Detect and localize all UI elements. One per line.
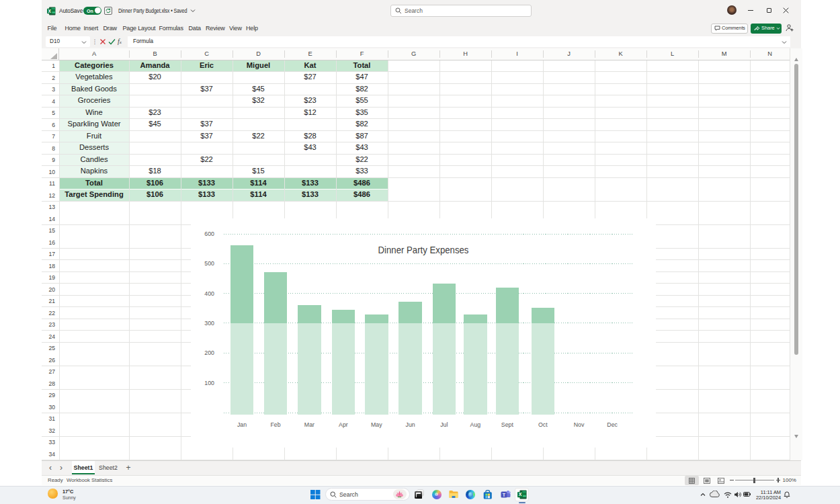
- svg-text:T: T: [503, 493, 506, 497]
- svg-text:X: X: [48, 8, 52, 13]
- svg-text:X: X: [518, 492, 521, 497]
